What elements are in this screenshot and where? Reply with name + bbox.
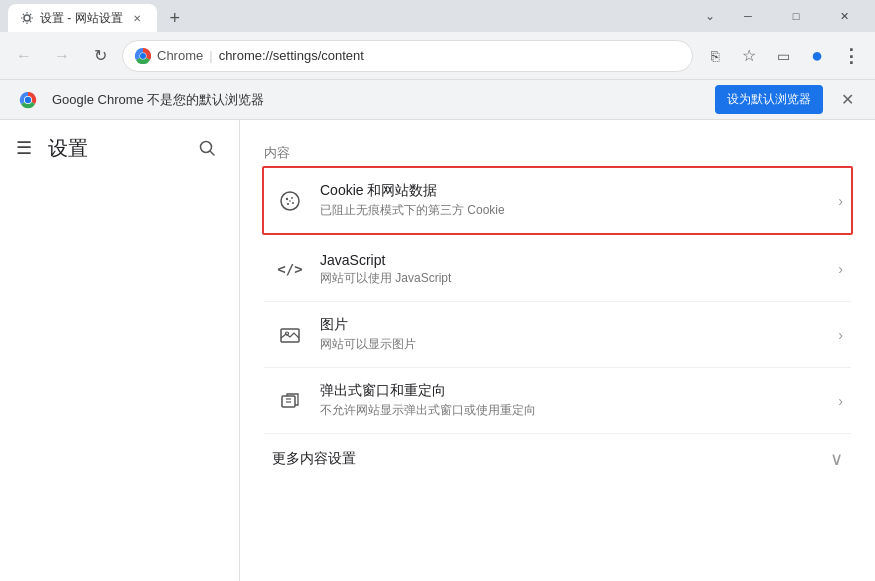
close-window-button[interactable]: ✕ bbox=[821, 0, 867, 32]
omnibar: ← → ↻ Chrome | chrome://settings/content… bbox=[0, 32, 875, 80]
svg-point-5 bbox=[25, 96, 31, 102]
images-icon bbox=[272, 317, 308, 353]
more-menu-button[interactable]: ⋮ bbox=[835, 40, 867, 72]
cookies-icon bbox=[272, 183, 308, 219]
url-separator: | bbox=[209, 48, 212, 63]
svg-line-7 bbox=[211, 152, 215, 156]
javascript-title: JavaScript bbox=[320, 252, 838, 268]
settings-header: ☰ 设置 bbox=[0, 120, 239, 176]
images-subtitle: 网站可以显示图片 bbox=[320, 336, 838, 353]
popups-title: 弹出式窗口和重定向 bbox=[320, 382, 838, 400]
forward-button[interactable]: → bbox=[46, 40, 78, 72]
javascript-content: JavaScript 网站可以使用 JavaScript bbox=[320, 252, 838, 287]
minimize-button[interactable]: ─ bbox=[725, 0, 771, 32]
cast-button[interactable]: ▭ bbox=[767, 40, 799, 72]
infobar-close-button[interactable]: ✕ bbox=[835, 88, 859, 112]
omnibar-actions: ⎘ ☆ ▭ ● ⋮ bbox=[699, 40, 867, 72]
settings-favicon-icon bbox=[20, 11, 34, 25]
chrome-infobar-icon bbox=[16, 88, 40, 112]
url-brand: Chrome bbox=[157, 48, 203, 63]
search-button[interactable] bbox=[191, 132, 223, 164]
images-title: 图片 bbox=[320, 316, 838, 334]
section-header: 内容 bbox=[264, 136, 851, 166]
tab-close-button[interactable]: ✕ bbox=[129, 10, 145, 26]
more-settings-item[interactable]: 更多内容设置 ∨ bbox=[264, 434, 851, 484]
active-tab[interactable]: 设置 - 网站设置 ✕ bbox=[8, 4, 157, 32]
popups-subtitle: 不允许网站显示弹出式窗口或使用重定向 bbox=[320, 402, 838, 419]
javascript-icon: </> bbox=[272, 251, 308, 287]
settings-item-images[interactable]: 图片 网站可以显示图片 › bbox=[264, 302, 851, 368]
more-settings-label: 更多内容设置 bbox=[272, 450, 830, 468]
search-icon bbox=[198, 139, 216, 157]
infobar-message: Google Chrome 不是您的默认浏览器 bbox=[52, 91, 703, 109]
svg-point-3 bbox=[140, 53, 146, 59]
svg-point-9 bbox=[286, 197, 288, 199]
chrome-logo-icon bbox=[135, 48, 151, 64]
url-path: chrome://settings/content bbox=[219, 48, 364, 63]
reload-button[interactable]: ↻ bbox=[84, 40, 116, 72]
settings-item-javascript[interactable]: </> JavaScript 网站可以使用 JavaScript › bbox=[264, 237, 851, 302]
popups-icon bbox=[272, 383, 308, 419]
address-bar[interactable]: Chrome | chrome://settings/content bbox=[122, 40, 693, 72]
cookies-content: Cookie 和网站数据 已阻止无痕模式下的第三方 Cookie bbox=[320, 182, 838, 219]
back-button[interactable]: ← bbox=[8, 40, 40, 72]
tab-title: 设置 - 网站设置 bbox=[40, 10, 123, 27]
settings-title: 设置 bbox=[48, 135, 88, 162]
window-controls: ⌄ ─ □ ✕ bbox=[697, 0, 867, 32]
svg-point-13 bbox=[289, 200, 291, 202]
main-layout: ☰ 设置 内容 bbox=[0, 120, 875, 581]
titlebar: 设置 - 网站设置 ✕ + ⌄ ─ □ ✕ bbox=[0, 0, 875, 32]
javascript-subtitle: 网站可以使用 JavaScript bbox=[320, 270, 838, 287]
svg-point-0 bbox=[24, 15, 30, 21]
content-inner: 内容 Cookie 和网站数据 已阻止无痕模式下的第三方 Cookie bbox=[240, 120, 875, 500]
tab-bar: 设置 - 网站设置 ✕ + bbox=[8, 0, 189, 32]
svg-point-6 bbox=[201, 142, 212, 153]
cookies-title: Cookie 和网站数据 bbox=[320, 182, 838, 200]
chevron-button[interactable]: ⌄ bbox=[697, 9, 723, 23]
popups-content: 弹出式窗口和重定向 不允许网站显示弹出式窗口或使用重定向 bbox=[320, 382, 838, 419]
content-area[interactable]: 内容 Cookie 和网站数据 已阻止无痕模式下的第三方 Cookie bbox=[240, 120, 875, 581]
settings-item-popups[interactable]: 弹出式窗口和重定向 不允许网站显示弹出式窗口或使用重定向 › bbox=[264, 368, 851, 434]
new-tab-button[interactable]: + bbox=[161, 4, 189, 32]
images-arrow-icon: › bbox=[838, 327, 843, 343]
cookies-arrow-icon: › bbox=[838, 193, 843, 209]
settings-item-cookies[interactable]: Cookie 和网站数据 已阻止无痕模式下的第三方 Cookie › bbox=[262, 166, 853, 235]
popups-arrow-icon: › bbox=[838, 393, 843, 409]
account-button[interactable]: ● bbox=[801, 40, 833, 72]
svg-point-11 bbox=[292, 202, 294, 204]
svg-point-10 bbox=[291, 197, 293, 199]
more-settings-chevron-icon: ∨ bbox=[830, 448, 843, 470]
cookies-subtitle: 已阻止无痕模式下的第三方 Cookie bbox=[320, 202, 838, 219]
sidebar: ☰ 设置 bbox=[0, 120, 240, 581]
hamburger-icon[interactable]: ☰ bbox=[16, 137, 32, 159]
infobar: Google Chrome 不是您的默认浏览器 设为默认浏览器 ✕ bbox=[0, 80, 875, 120]
svg-point-12 bbox=[287, 202, 289, 204]
bookmark-button[interactable]: ☆ bbox=[733, 40, 765, 72]
maximize-button[interactable]: □ bbox=[773, 0, 819, 32]
share-button[interactable]: ⎘ bbox=[699, 40, 731, 72]
javascript-arrow-icon: › bbox=[838, 261, 843, 277]
set-default-browser-button[interactable]: 设为默认浏览器 bbox=[715, 85, 823, 114]
images-content: 图片 网站可以显示图片 bbox=[320, 316, 838, 353]
